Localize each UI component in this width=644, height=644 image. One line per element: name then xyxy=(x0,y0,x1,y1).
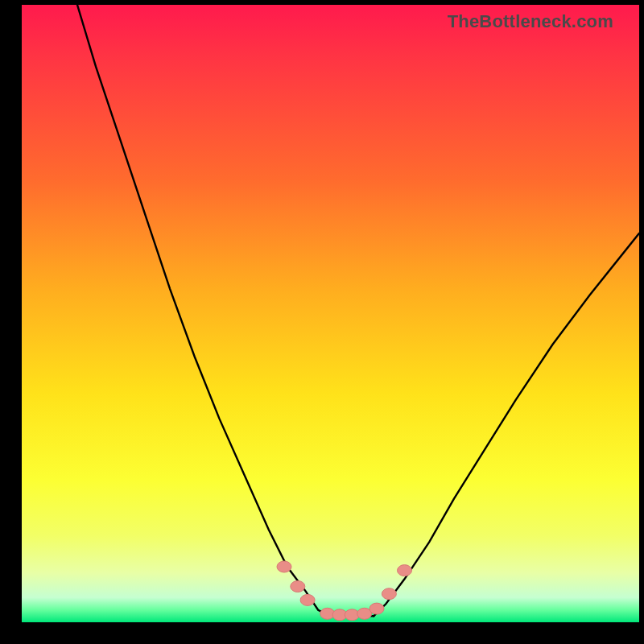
bead-point xyxy=(382,588,396,600)
bead-point xyxy=(369,603,384,614)
chart-frame: TheBottleneck.com xyxy=(0,0,644,644)
bead-point xyxy=(277,561,291,572)
bead-point xyxy=(357,608,372,619)
chart-svg xyxy=(22,5,639,622)
right-curve-path xyxy=(374,233,639,617)
chart-plot-area: TheBottleneck.com xyxy=(22,5,639,622)
bead-point xyxy=(345,609,359,621)
bead-point xyxy=(320,608,335,619)
bead-group xyxy=(277,561,412,621)
bead-point xyxy=(300,594,315,605)
left-curve-path xyxy=(77,5,331,616)
watermark-text: TheBottleneck.com xyxy=(448,11,613,32)
bead-point xyxy=(291,581,305,592)
bead-point xyxy=(332,609,347,621)
bead-point xyxy=(398,565,412,576)
